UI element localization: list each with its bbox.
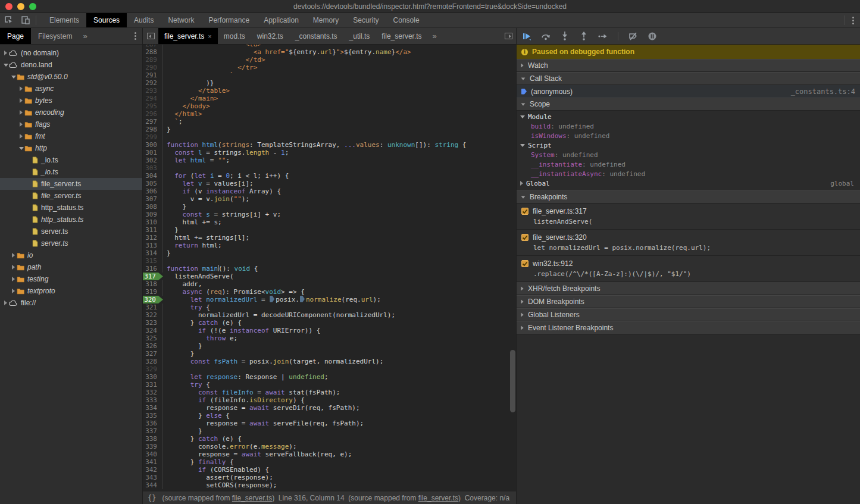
code-line-content[interactable]: )} bbox=[163, 79, 214, 87]
line-number[interactable]: 338 bbox=[143, 435, 163, 443]
scope-property[interactable]: __instantiateAsync: undefined bbox=[517, 169, 860, 179]
watch-section-header[interactable]: Watch bbox=[517, 59, 860, 72]
code-line-content[interactable]: } bbox=[163, 249, 171, 257]
scope-section-header[interactable]: Scope bbox=[517, 98, 860, 111]
source-map-link[interactable]: file_server.ts bbox=[418, 494, 458, 502]
breakpoint-line-number[interactable]: 317 bbox=[143, 273, 163, 280]
tree-item-file-[interactable]: file:// bbox=[0, 297, 142, 309]
tree-item-file-server-ts[interactable]: file_server.ts bbox=[0, 178, 142, 190]
code-line-content[interactable] bbox=[163, 257, 167, 265]
code-line-content[interactable]: async (req): Promise<void> => { bbox=[163, 288, 305, 296]
xhr-fetch-breakpoints-section-header[interactable]: XHR/fetch Breakpoints bbox=[517, 282, 860, 295]
code-line-content[interactable]: const l = strings.length - 1; bbox=[163, 149, 289, 156]
inspect-cursor-icon[interactable] bbox=[4, 15, 14, 26]
step-out-icon[interactable] bbox=[578, 31, 589, 42]
code-line-content[interactable]: } bbox=[163, 226, 179, 234]
code-line-content[interactable]: ` bbox=[163, 71, 234, 79]
code-line-content[interactable]: response = await serveDir(req, fsPath); bbox=[163, 404, 360, 412]
navigator-kebab-menu-icon[interactable] bbox=[129, 28, 142, 44]
editor-scrollbar[interactable] bbox=[510, 350, 515, 412]
tree-item-deno-land[interactable]: deno.land bbox=[0, 59, 142, 71]
resume-icon[interactable] bbox=[521, 31, 532, 42]
line-number[interactable]: 334 bbox=[143, 404, 163, 412]
line-number[interactable]: 312 bbox=[143, 234, 163, 242]
code-line-content[interactable]: } else { bbox=[163, 412, 230, 420]
code-line-content[interactable]: let normalizedUrl = posix.normalize(req.… bbox=[163, 296, 381, 303]
tree-item-server-ts[interactable]: server.ts bbox=[0, 237, 142, 249]
tree-item-io[interactable]: io bbox=[0, 249, 142, 261]
code-line-content[interactable]: <a href="${entry.url}">${entry.name}</a> bbox=[163, 48, 411, 56]
breakpoint-entry[interactable]: win32.ts:912.replace(/^\/*([A-Za-z]:)(\/… bbox=[517, 256, 860, 282]
code-editor[interactable]: 287 <td>288 <a href="${entry.url}">${ent… bbox=[143, 45, 516, 491]
breakpoint-checkbox[interactable] bbox=[521, 260, 528, 267]
line-number[interactable]: 344 bbox=[143, 481, 163, 489]
line-number[interactable]: 343 bbox=[143, 474, 163, 481]
line-number[interactable]: 336 bbox=[143, 420, 163, 427]
code-line-content[interactable]: function html(strings: TemplateStringsAr… bbox=[163, 141, 466, 149]
code-line-content[interactable]: v = v.join(""); bbox=[163, 195, 249, 203]
line-number[interactable]: 308 bbox=[143, 203, 163, 211]
chevron-right-icon[interactable] bbox=[18, 86, 24, 91]
line-number[interactable]: 292 bbox=[143, 79, 163, 87]
chevron-right-icon[interactable] bbox=[520, 181, 523, 186]
line-number[interactable]: 327 bbox=[143, 350, 163, 358]
chevron-right-icon[interactable] bbox=[10, 265, 17, 270]
line-number[interactable]: 324 bbox=[143, 327, 163, 334]
tree-item-server-ts[interactable]: server.ts bbox=[0, 226, 142, 237]
line-number[interactable]: 306 bbox=[143, 187, 163, 195]
dom-breakpoints-section-header[interactable]: DOM Breakpoints bbox=[517, 295, 860, 308]
call-stack-section-header[interactable]: Call Stack bbox=[517, 72, 860, 85]
chevron-down-icon[interactable] bbox=[2, 64, 9, 67]
tree-item-testing[interactable]: testing bbox=[0, 273, 142, 285]
code-line-content[interactable]: console.error(e.message); bbox=[163, 443, 297, 450]
step-into-icon[interactable] bbox=[559, 31, 570, 42]
code-line-content[interactable]: normalizedUrl = decodeURIComponent(norma… bbox=[163, 311, 395, 319]
line-number[interactable]: 316 bbox=[143, 265, 163, 273]
code-line-content[interactable]: </td> bbox=[163, 56, 265, 64]
line-number[interactable]: 294 bbox=[143, 95, 163, 102]
code-line-content[interactable]: html += strings[l]; bbox=[163, 234, 249, 242]
show-debugger-icon[interactable] bbox=[505, 33, 512, 39]
breakpoint-checkbox[interactable] bbox=[521, 234, 528, 241]
close-tab-icon[interactable]: × bbox=[208, 33, 211, 40]
code-line-content[interactable]: setCORS(response); bbox=[163, 481, 277, 489]
line-number[interactable]: 298 bbox=[143, 126, 163, 133]
breakpoint-entry[interactable]: file_server.ts:320let normalizedUrl = po… bbox=[517, 230, 860, 256]
chevron-right-icon[interactable] bbox=[10, 253, 17, 258]
line-number[interactable]: 342 bbox=[143, 466, 163, 474]
code-line-content[interactable]: addr, bbox=[163, 280, 202, 288]
line-number[interactable]: 305 bbox=[143, 180, 163, 187]
code-line-content[interactable]: } finally { bbox=[163, 458, 234, 466]
code-line-content[interactable]: } bbox=[163, 427, 202, 435]
tab-network[interactable]: Network bbox=[161, 13, 201, 27]
code-line-content[interactable]: const fsPath = posix.join(target, normal… bbox=[163, 358, 383, 365]
code-line-content[interactable]: </main> bbox=[163, 95, 218, 102]
code-line-content[interactable]: let response: Response | undefined; bbox=[163, 373, 329, 381]
code-line-content[interactable]: } bbox=[163, 126, 171, 133]
line-number[interactable]: 333 bbox=[143, 396, 163, 404]
editor-tab-mod-ts[interactable]: mod.ts bbox=[218, 28, 251, 44]
line-number[interactable]: 299 bbox=[143, 133, 163, 141]
tree-item--io-ts[interactable]: _io.ts bbox=[0, 166, 142, 178]
tab-memory[interactable]: Memory bbox=[306, 13, 346, 27]
line-number[interactable]: 340 bbox=[143, 450, 163, 458]
editor-more-tabs-chevron[interactable]: » bbox=[428, 28, 442, 44]
line-number[interactable]: 329 bbox=[143, 365, 163, 373]
line-number[interactable]: 311 bbox=[143, 226, 163, 234]
chevron-right-icon[interactable] bbox=[18, 110, 24, 115]
code-line-content[interactable]: response = await serveFallback(req, e); bbox=[163, 450, 352, 458]
navigator-tab-filesystem[interactable]: Filesystem bbox=[31, 28, 79, 44]
code-line-content[interactable]: response = await serveFile(req, fsPath); bbox=[163, 420, 364, 427]
tree-item-async[interactable]: async bbox=[0, 83, 142, 95]
scope-group-script[interactable]: Script bbox=[517, 140, 860, 150]
pretty-print-icon[interactable]: {} bbox=[148, 494, 156, 502]
tab-security[interactable]: Security bbox=[346, 13, 386, 27]
line-number[interactable]: 337 bbox=[143, 427, 163, 435]
editor-tab-win32-ts[interactable]: win32.ts bbox=[251, 28, 289, 44]
tab-elements[interactable]: Elements bbox=[42, 13, 86, 27]
line-number[interactable]: 309 bbox=[143, 211, 163, 218]
frame-location[interactable]: _constants.ts:4 bbox=[791, 87, 855, 96]
tab-sources[interactable]: Sources bbox=[86, 13, 127, 27]
editor-tab--constants-ts[interactable]: _constants.ts bbox=[289, 28, 343, 44]
step-over-icon[interactable] bbox=[540, 31, 551, 42]
